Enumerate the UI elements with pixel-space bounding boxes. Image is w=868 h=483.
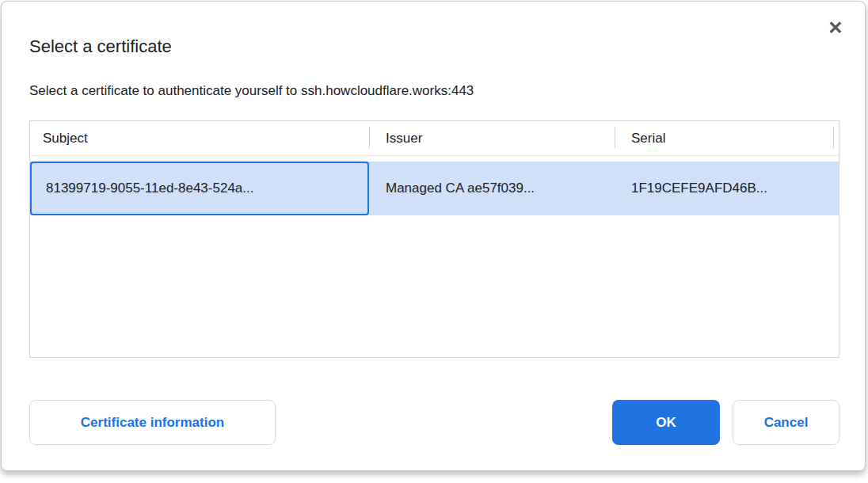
dialog-subtitle: Select a certificate to authenticate you… — [29, 83, 474, 99]
header-gutter-divider — [833, 127, 834, 148]
certificate-table: Subject Issuer Serial 81399719-9055-11ed… — [29, 120, 839, 358]
cell-subject[interactable]: 81399719-9055-11ed-8e43-524a... — [30, 162, 369, 215]
dialog-title: Select a certificate — [29, 36, 172, 57]
close-icon[interactable]: ✕ — [824, 16, 847, 40]
column-header-subject: Subject — [30, 121, 369, 155]
certificate-select-dialog: ✕ Select a certificate Select a certific… — [1, 1, 866, 471]
column-header-issuer: Issuer — [369, 121, 615, 155]
cell-issuer[interactable]: Managed CA ae57f039... — [369, 162, 615, 215]
certificate-row[interactable]: 81399719-9055-11ed-8e43-524a... Managed … — [30, 162, 839, 215]
ok-button[interactable]: OK — [612, 400, 720, 445]
table-body: 81399719-9055-11ed-8e43-524a... Managed … — [30, 156, 839, 215]
cell-serial[interactable]: 1F19CEFE9AFD46B... — [615, 162, 839, 215]
cancel-button[interactable]: Cancel — [733, 400, 839, 445]
table-header: Subject Issuer Serial — [30, 121, 839, 156]
column-header-serial: Serial — [615, 121, 839, 155]
certificate-information-button[interactable]: Certificate information — [29, 400, 276, 445]
